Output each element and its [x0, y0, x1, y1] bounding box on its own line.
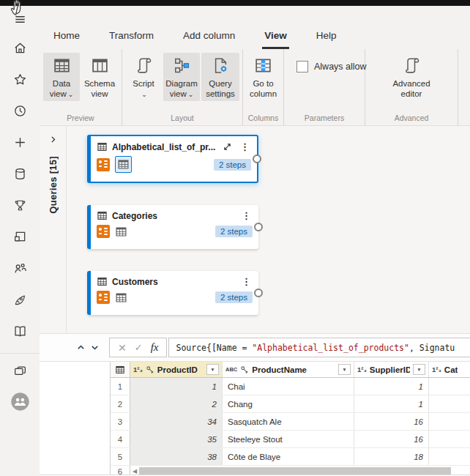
cell-category[interactable]: [429, 378, 470, 395]
shared-people-icon[interactable]: [12, 261, 27, 275]
table-step-icon[interactable]: [115, 226, 127, 238]
card-connector-handle[interactable]: [254, 223, 263, 231]
column-header-productid[interactable]: 1²₃ ProductID ▼: [130, 362, 223, 377]
diagram-view-button[interactable]: Diagram view⌄: [163, 53, 200, 101]
query-settings-button[interactable]: Query settings: [201, 53, 239, 101]
card-connector-handle[interactable]: [253, 155, 261, 163]
ribbon-group-parameters: Always allow Parameters: [284, 49, 365, 125]
card-connector-handle[interactable]: [254, 289, 263, 297]
table-row[interactable]: 4 35 Steeleye Stout 16: [111, 431, 470, 448]
home-icon[interactable]: [12, 40, 27, 55]
select-all-corner-cell[interactable]: [111, 362, 130, 377]
table-row[interactable]: 1 1 Chai 1: [111, 378, 470, 395]
tab-add-column[interactable]: Add column: [183, 30, 235, 41]
row-number[interactable]: 4: [111, 431, 130, 447]
tab-help[interactable]: Help: [316, 30, 337, 41]
steps-badge[interactable]: 2 steps: [215, 226, 253, 237]
go-to-column-label-2: column: [250, 89, 277, 98]
advanced-editor-button[interactable]: Advanced editor: [389, 53, 434, 101]
create-plus-icon[interactable]: [12, 135, 27, 149]
always-allow-checkbox[interactable]: [296, 61, 308, 72]
cell-supplierid[interactable]: 16: [354, 413, 429, 430]
data-view-button[interactable]: Data view⌄: [43, 53, 80, 101]
goals-trophy-icon[interactable]: [12, 198, 27, 212]
go-to-column-button[interactable]: Go to column: [245, 53, 283, 101]
workspaces-icon[interactable]: [12, 229, 27, 244]
column-filter-dropdown[interactable]: ▼: [338, 364, 351, 375]
steps-badge[interactable]: 2 steps: [214, 159, 251, 171]
cell-productname[interactable]: Chai: [223, 378, 354, 395]
table-step-selected[interactable]: [115, 156, 132, 173]
cell-supplierid[interactable]: 1: [354, 395, 429, 412]
diagram-card-area[interactable]: Alphabetical_list_of_pr... ⋮ 2 steps C: [67, 126, 470, 333]
cell-productid[interactable]: 1: [130, 378, 223, 395]
cell-productname[interactable]: Côte de Blaye: [223, 448, 354, 465]
column-filter-dropdown[interactable]: ▼: [206, 364, 219, 375]
column-header-supplierid[interactable]: 1²₃ SupplierID ▼: [354, 362, 429, 377]
row-number[interactable]: 3: [111, 413, 130, 430]
learn-book-icon[interactable]: [12, 324, 27, 338]
data-hub-database-icon[interactable]: [12, 166, 27, 181]
deployment-rocket-icon[interactable]: [12, 292, 27, 307]
previous-step-chevron-up-icon[interactable]: [76, 343, 86, 352]
horizontal-scrollbar[interactable]: ◀: [130, 466, 470, 475]
row-number[interactable]: 1: [111, 378, 130, 395]
cell-supplierid[interactable]: 18: [354, 448, 429, 465]
cell-category[interactable]: [429, 431, 470, 447]
expand-queries-chevron-icon[interactable]: [48, 135, 58, 144]
cell-category[interactable]: [429, 448, 470, 465]
table-step-icon[interactable]: [115, 291, 127, 304]
column-filter-dropdown[interactable]: ▼: [413, 364, 425, 375]
schema-view-icon: [91, 56, 109, 75]
recent-clock-icon[interactable]: [12, 103, 27, 118]
cell-productname[interactable]: Chang: [223, 395, 354, 412]
column-profile-icon[interactable]: [97, 158, 110, 171]
column-name: ProductName: [252, 365, 307, 374]
favorites-star-icon[interactable]: [12, 72, 27, 86]
query-card-customers[interactable]: Customers ⋮ 2 steps: [87, 271, 258, 315]
scroll-left-arrow-icon[interactable]: ◀: [133, 469, 137, 475]
card-more-options-icon[interactable]: ⋮: [240, 211, 253, 220]
cell-category[interactable]: [429, 413, 470, 430]
apps-layers-icon[interactable]: [12, 364, 27, 379]
cell-productid[interactable]: 34: [130, 413, 223, 430]
tab-home[interactable]: Home: [53, 30, 80, 41]
scrollbar-thumb[interactable]: [139, 467, 451, 475]
cell-supplierid[interactable]: 16: [354, 431, 429, 447]
commit-formula-icon[interactable]: ✓: [135, 343, 143, 352]
table-row[interactable]: 2 2 Chang 1: [111, 395, 470, 413]
cell-category[interactable]: [429, 395, 470, 412]
row-number[interactable]: 2: [111, 395, 130, 412]
table-row[interactable]: 3 34 Sasquatch Ale 16: [111, 413, 470, 431]
column-header-category[interactable]: 1²₃ Cat: [429, 362, 470, 377]
cancel-formula-icon[interactable]: ✕: [118, 343, 127, 353]
expand-card-icon[interactable]: [223, 142, 232, 152]
account-avatar[interactable]: [10, 392, 30, 412]
table-row[interactable]: 5 38 Côte de Blaye 18: [111, 448, 470, 466]
cell-productid[interactable]: 2: [130, 395, 223, 412]
ribbon-spacer: [458, 49, 470, 125]
steps-badge[interactable]: 2 steps: [215, 291, 253, 303]
tab-transform[interactable]: Transform: [109, 30, 154, 41]
queries-pane-title[interactable]: Queries [15]: [48, 156, 59, 214]
tab-view[interactable]: View: [264, 30, 287, 41]
formula-input[interactable]: Source{[Name = "Alphabetical_list_of_pro…: [168, 338, 470, 357]
column-header-productname[interactable]: ABC ProductName ▼: [223, 362, 354, 377]
cell-productname[interactable]: Steeleye Stout: [223, 431, 354, 447]
column-profile-icon[interactable]: [97, 225, 110, 238]
cell-supplierid[interactable]: 1: [354, 378, 429, 395]
cell-productid[interactable]: 35: [130, 431, 223, 447]
query-card-categories[interactable]: Categories ⋮ 2 steps: [87, 205, 258, 249]
advanced-editor-label-2: editor: [401, 89, 422, 98]
row-number[interactable]: 6: [111, 466, 130, 475]
query-card-alphabetical-list[interactable]: Alphabetical_list_of_pr... ⋮ 2 steps: [87, 135, 258, 183]
script-button[interactable]: Script ⌄: [125, 53, 162, 101]
cell-productname[interactable]: Sasquatch Ale: [223, 413, 354, 430]
column-profile-icon[interactable]: [97, 291, 110, 304]
next-step-chevron-down-icon[interactable]: [90, 343, 100, 352]
cell-productid[interactable]: 38: [130, 448, 223, 465]
card-more-options-icon[interactable]: ⋮: [240, 277, 253, 286]
row-number[interactable]: 5: [111, 448, 130, 465]
schema-view-button[interactable]: Schema view: [81, 53, 118, 101]
card-more-options-icon[interactable]: ⋮: [239, 142, 251, 152]
